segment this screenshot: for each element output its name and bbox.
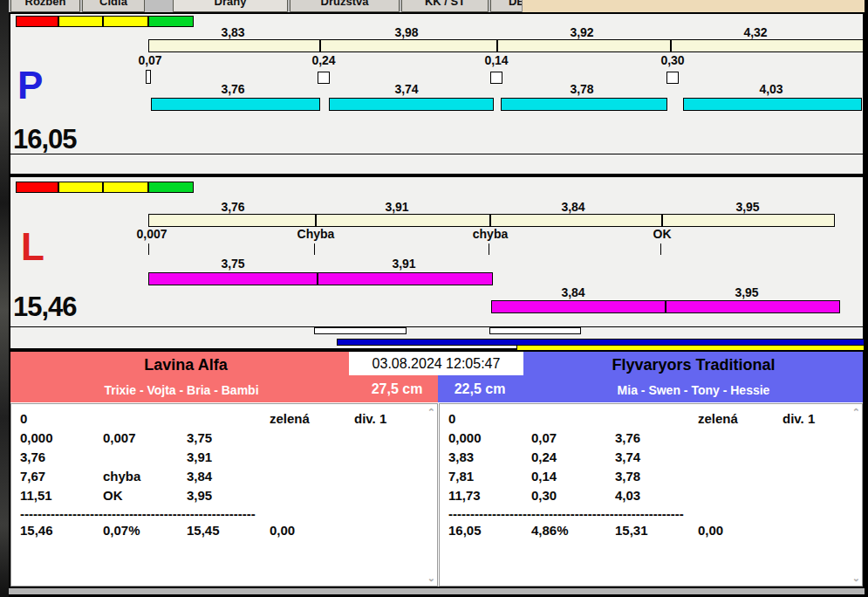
l-event-tick-1	[148, 244, 149, 255]
legend-yellow-box-l	[58, 182, 103, 193]
team-left-name: Lavina Alfa	[144, 356, 227, 374]
legend-green-box-l	[148, 182, 194, 193]
lane-l-baseline	[10, 326, 863, 327]
l-event-label-3: chyba	[473, 227, 508, 241]
legend-yellow-box-l2	[103, 182, 148, 193]
p-event-label-4: 0,30	[660, 53, 684, 67]
p-dog-bar-1	[151, 98, 320, 111]
p-split-divider-1	[319, 39, 321, 52]
l-split-divider-2	[489, 214, 491, 227]
scroll-down-icon[interactable]: ⌄	[852, 573, 860, 582]
p-dog-bar-3	[501, 98, 667, 111]
team-left-height: 27,5 cm	[372, 381, 423, 397]
results-totals-right: 16,05 4,86% 15,31 0,00	[440, 521, 850, 540]
results-rows-left: 0zelenádiv. 1 0,0000,0073,75 3,763,91 7,…	[11, 409, 425, 505]
lane-p-panel: 3,83 3,98 3,92 4,32 0,07 0,24 0,14 0,30 …	[9, 12, 865, 175]
lane-p-total-time: 16,05	[13, 124, 77, 155]
p-event-marker-3	[490, 72, 502, 84]
p-event-label-3: 0,14	[484, 53, 508, 67]
l-event-tick-4	[660, 244, 661, 255]
lane-p-letter: P	[17, 66, 43, 105]
p-split-label-2: 3,98	[394, 25, 418, 39]
l-split-label-4: 3,95	[735, 200, 759, 214]
results-rows-right: 0zelenádiv. 1 0,0000,073,76 3,830,243,74…	[440, 409, 850, 505]
p-event-marker-2	[318, 72, 330, 84]
result-row: 0,0000,0073,75	[11, 429, 425, 448]
l-dog2-label-2: 3,95	[735, 285, 758, 299]
tab-kk-st[interactable]: KK / ST	[401, 0, 489, 12]
tabbar-spacer	[522, 0, 865, 12]
window-bottom-strip	[0, 588, 868, 594]
tab-cidla[interactable]: Čidla	[82, 0, 145, 12]
l-dog-bar-second-pair	[491, 300, 840, 313]
tab-druzstva[interactable]: Družstva	[290, 0, 400, 12]
l-dog2-label-1: 3,84	[561, 285, 584, 299]
legend-red-box	[16, 16, 58, 27]
result-row: 0zelenádiv. 1	[11, 409, 425, 429]
l-dog-bar-first-pair	[148, 272, 493, 285]
result-row: 0,0000,073,76	[440, 429, 850, 448]
result-row: 11,730,304,03	[440, 486, 850, 505]
result-row: 0zelenádiv. 1	[440, 409, 850, 429]
tab-drahy[interactable]: Dráhy	[173, 0, 288, 12]
p-dog-label-3: 3,78	[570, 82, 593, 96]
l-split-label-2: 3,91	[385, 200, 408, 214]
tab-bar: Rozběh Čidla Dráhy Družstva KK / ST DE	[9, 0, 865, 12]
lane-l-panel: 3,76 3,91 3,84 3,95 0,007 Chyba chyba OK…	[9, 175, 865, 350]
legend-red-box-l	[16, 182, 58, 193]
l-split-divider-1	[315, 214, 317, 227]
result-row: 7,67chyba3,84	[11, 467, 425, 486]
scroll-down-icon[interactable]: ⌄	[427, 573, 435, 582]
p-split-label-4: 4,32	[743, 25, 767, 39]
results-totals-left: 15,46 0,07% 15,45 0,00	[11, 521, 425, 540]
l-split-divider-3	[661, 214, 663, 227]
datetime-display: 03.08.2024 12:05:47	[349, 352, 523, 375]
p-split-label-1: 3,83	[221, 25, 244, 39]
legend-yellow-box-2	[103, 16, 148, 27]
lane-l-letter: L	[21, 228, 44, 266]
l-event-tick-2	[314, 244, 315, 255]
l-event-label-4: OK	[653, 227, 672, 241]
progress-white-box-1	[314, 327, 407, 334]
tab-rozbeh[interactable]: Rozběh	[10, 0, 80, 12]
p-event-label-2: 0,24	[311, 53, 335, 67]
scroll-up-icon[interactable]: ⌃	[852, 408, 860, 416]
team-right-name: Flyvaryors Traditional	[612, 356, 775, 374]
scroll-up-icon[interactable]: ⌃	[427, 408, 435, 416]
p-event-marker-1	[146, 70, 151, 84]
result-row: 3,763,91	[11, 448, 425, 467]
result-row: 7,810,143,78	[440, 467, 850, 486]
scoreboard-panel: Lavina Alfa Trixie - Vojta - Bria - Bamb…	[9, 350, 865, 588]
window-right-border	[865, 0, 868, 597]
p-dog-label-1: 3,76	[221, 82, 244, 96]
progress-yellow-bar	[516, 345, 865, 351]
lane-l-total-time: 15,46	[13, 292, 77, 323]
legend-yellow-box	[58, 16, 103, 27]
l-dog1-label-1: 3,75	[221, 257, 244, 271]
progress-white-box-2	[489, 327, 581, 334]
p-event-marker-4	[666, 72, 679, 84]
l-dog1-label-2: 3,91	[392, 257, 415, 271]
l-dog1-divider	[317, 272, 318, 285]
result-row: 3,830,243,74	[440, 448, 850, 467]
lane-p-baseline	[10, 154, 863, 154]
results-separator-right: ----------------------------------------…	[440, 509, 754, 521]
p-dog-label-2: 3,74	[394, 82, 418, 96]
results-list-right[interactable]: 0zelenádiv. 1 0,0000,073,76 3,830,243,74…	[439, 403, 863, 587]
l-split-label-1: 3,76	[221, 200, 244, 214]
p-event-label-1: 0,07	[138, 53, 161, 67]
l-event-label-1: 0,007	[136, 227, 167, 241]
p-split-label-3: 3,92	[570, 25, 593, 39]
l-event-label-2: Chyba	[297, 227, 335, 241]
p-dog-bar-2	[329, 98, 494, 111]
l-dog2-divider	[665, 300, 666, 313]
team-left-dogs: Trixie - Vojta - Bria - Bambi	[104, 383, 258, 397]
result-row: 11,51OK3,95	[11, 486, 425, 505]
p-split-bar	[148, 39, 864, 52]
l-event-tick-3	[489, 244, 489, 255]
l-split-label-3: 3,84	[561, 200, 584, 214]
l-split-bar	[148, 214, 835, 227]
p-dog-bar-4	[683, 98, 862, 111]
results-list-left[interactable]: 0zelenádiv. 1 0,0000,0073,75 3,763,91 7,…	[10, 403, 438, 587]
desktop-edge	[0, 0, 9, 597]
